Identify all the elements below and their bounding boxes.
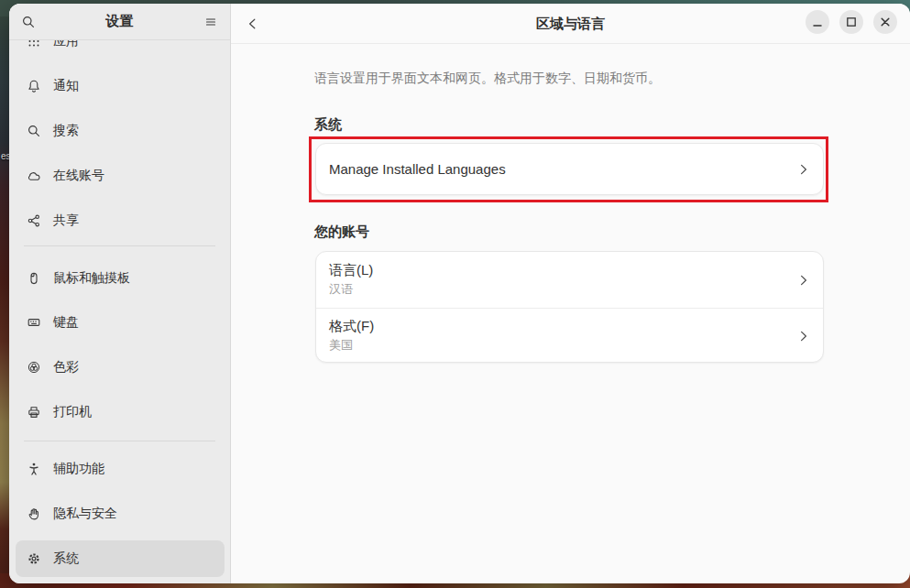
- gear-icon: [27, 551, 41, 566]
- sidebar-item-label: 鼠标和触摸板: [53, 270, 130, 287]
- sidebar-header: 设置: [9, 4, 230, 40]
- sidebar-item-keyboard[interactable]: 键盘: [16, 304, 225, 341]
- accessibility-icon: [27, 462, 41, 476]
- sidebar-item-system[interactable]: 系统: [16, 540, 225, 577]
- mouse-icon: [27, 271, 41, 286]
- row-subtitle: 美国: [329, 337, 796, 354]
- row-subtitle: 汉语: [329, 281, 796, 298]
- chevron-left-icon: [246, 16, 260, 31]
- chevron-right-icon: [796, 329, 811, 343]
- chevron-right-icon: [796, 162, 811, 177]
- sidebar-divider: [24, 245, 215, 246]
- bell-icon: [27, 79, 41, 93]
- sidebar-item-label: 通知: [53, 78, 79, 94]
- sidebar-item-sharing[interactable]: 共享: [16, 202, 225, 239]
- row-title: Manage Installed Languages: [329, 161, 796, 177]
- search-icon: [27, 124, 41, 138]
- main-menu-button[interactable]: [199, 10, 223, 34]
- sidebar-item-accessibility[interactable]: 辅助功能: [16, 451, 225, 487]
- close-button[interactable]: [873, 10, 897, 34]
- sidebar-list: 应用 通知 搜索: [9, 37, 230, 583]
- main-headerbar: 区域与语言: [231, 4, 910, 44]
- color-icon: [27, 360, 41, 375]
- sidebar-item-label: 键盘: [53, 314, 79, 331]
- manage-installed-languages-row[interactable]: Manage Installed Languages: [316, 144, 823, 194]
- format-row[interactable]: 格式(F) 美国: [316, 308, 823, 363]
- sidebar-title: 设置: [9, 13, 230, 30]
- chevron-right-icon: [796, 273, 811, 288]
- window-controls: [806, 10, 897, 34]
- sidebar-item-label: 色彩: [53, 359, 79, 376]
- section-heading-account: 您的账号: [314, 223, 369, 241]
- minimize-button[interactable]: [806, 10, 829, 34]
- sidebar: 应用 通知 搜索: [9, 4, 231, 583]
- cloud-icon: [27, 169, 41, 183]
- sidebar-divider: [24, 441, 215, 441]
- sidebar-item-label: 系统: [53, 550, 79, 567]
- sidebar-item-label: 辅助功能: [53, 461, 104, 477]
- section-heading-system: 系统: [314, 115, 342, 134]
- back-button[interactable]: [240, 11, 266, 37]
- sidebar-item-notifications[interactable]: 通知: [16, 68, 225, 104]
- sidebar-item-search[interactable]: 搜索: [16, 113, 225, 149]
- sidebar-item-mouse-touchpad[interactable]: 鼠标和触摸板: [16, 260, 225, 297]
- sidebar-item-label: 共享: [53, 212, 79, 229]
- page-description: 语言设置用于界面文本和网页。格式用于数字、日期和货币。: [314, 69, 828, 87]
- account-card: 语言(L) 汉语 格式(F) 美国: [315, 251, 824, 363]
- keyboard-icon: [27, 315, 41, 330]
- sidebar-item-label: 搜索: [53, 123, 79, 139]
- sidebar-item-label: 隐私与安全: [53, 506, 117, 522]
- sidebar-item-label: 打印机: [53, 404, 92, 420]
- maximize-icon: [839, 10, 863, 34]
- share-icon: [27, 213, 41, 228]
- sidebar-item-label: 在线账号: [53, 168, 104, 184]
- row-title: 语言(L): [329, 262, 796, 279]
- sidebar-search-button[interactable]: [16, 10, 40, 34]
- sidebar-item-online-accounts[interactable]: 在线账号: [16, 158, 225, 194]
- minimize-icon: [806, 10, 829, 34]
- sidebar-item-printers[interactable]: 打印机: [16, 394, 225, 430]
- language-row[interactable]: 语言(L) 汉语: [316, 252, 823, 308]
- hand-icon: [27, 506, 41, 521]
- maximize-button[interactable]: [839, 10, 863, 34]
- hamburger-menu-icon: [203, 15, 218, 29]
- sidebar-item-privacy-security[interactable]: 隐私与安全: [16, 495, 225, 532]
- printer-icon: [27, 405, 41, 419]
- system-card: Manage Installed Languages: [315, 143, 824, 195]
- sidebar-item-color[interactable]: 色彩: [16, 349, 225, 386]
- row-title: 格式(F): [329, 318, 796, 335]
- settings-window: 应用 通知 搜索: [9, 4, 910, 583]
- close-icon: [873, 10, 897, 34]
- search-icon: [21, 15, 36, 29]
